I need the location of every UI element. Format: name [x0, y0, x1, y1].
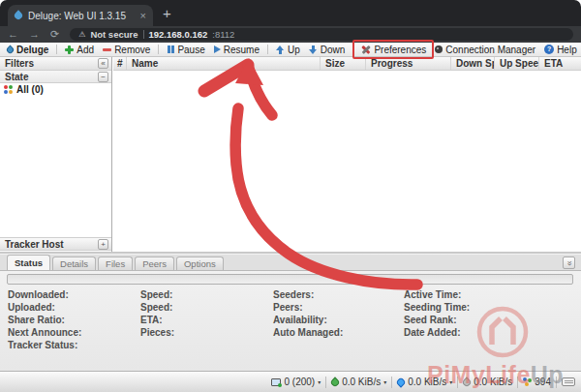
connections-value: 0 (200) [284, 377, 315, 387]
state-section-header[interactable]: State − [0, 71, 111, 83]
toolbar-separator [267, 45, 268, 54]
deluge-favicon-icon [13, 10, 23, 20]
connections-indicator[interactable]: 0 (200) ▾ [271, 377, 321, 387]
tab-files[interactable]: Files [98, 256, 133, 270]
active-time-label: Active Time: [404, 288, 470, 301]
collapse-details-icon[interactable]: « [563, 256, 575, 269]
seeders-label: Seeders: [273, 288, 343, 301]
collapse-section-icon[interactable]: − [98, 72, 108, 82]
back-icon[interactable]: ← [8, 29, 18, 40]
all-states-icon [4, 85, 13, 94]
deluge-logo-icon [6, 45, 15, 54]
collapse-panel-icon[interactable]: « [98, 58, 108, 69]
connections-icon [271, 378, 281, 386]
resume-label: Resume [224, 45, 260, 55]
column-header-number[interactable]: # [113, 57, 127, 70]
dht-nodes-indicator: 394 [523, 377, 551, 387]
browser-tab[interactable]: Deluge: Web UI 1.3.15 × [8, 5, 153, 26]
omnibox-divider [143, 30, 144, 39]
queue-up-button[interactable]: Up [273, 45, 303, 55]
browser-address-bar: ← → ⟳ ⚠ Not secure 192.168.0.162 :8112 [0, 26, 581, 43]
down-label: Down [321, 45, 346, 55]
statusbar-separator [325, 377, 326, 388]
tracker-status-label: Tracker Status: [8, 339, 81, 351]
column-header-up-speed[interactable]: Up Speed [495, 57, 539, 70]
status-column-2: Speed: Speed: ETA: Pieces: [140, 288, 174, 339]
next-announce-label: Next Announce: [8, 326, 81, 339]
protocol-traffic-value: 0.0 KiB/s [474, 377, 512, 387]
status-column-4: Active Time: Seeding Time: Seed Rank: Da… [404, 288, 470, 339]
upload-speed-value: 0.0 KiB/s [408, 377, 446, 387]
reload-icon[interactable]: ⟳ [50, 29, 59, 40]
column-header-down-speed[interactable]: Down Speed [451, 57, 495, 70]
downloaded-label: Downloaded: [8, 288, 81, 301]
filters-title: Filters [5, 58, 34, 69]
dropdown-icon: ▾ [449, 378, 452, 385]
date-added-label: Date Added: [404, 326, 470, 339]
filter-item-all[interactable]: All (0) [0, 83, 111, 96]
eta-label: ETA: [140, 314, 174, 326]
download-drop-icon [330, 377, 341, 387]
pieces-label: Pieces: [140, 326, 174, 339]
status-column-3: Seeders: Peers: Availability: Auto Manag… [273, 288, 343, 339]
connection-manager-button[interactable]: Connection Manager [432, 45, 538, 55]
availability-label: Availability: [273, 314, 343, 326]
remove-torrent-button[interactable]: Remove [100, 45, 153, 55]
close-tab-icon[interactable]: × [140, 11, 146, 20]
tab-details[interactable]: Details [52, 256, 96, 270]
torrent-progress-bar [7, 274, 573, 285]
statusbar-separator [517, 377, 518, 388]
dht-nodes-icon [523, 377, 532, 386]
torrent-grid: # Name Size Progress Down Speed Up Speed… [113, 57, 581, 252]
tab-status[interactable]: Status [7, 255, 50, 270]
keyboard-shortcuts-icon[interactable] [562, 377, 575, 386]
remove-icon [103, 48, 111, 51]
browser-window: Deluge: Web UI 1.3.15 × + ← → ⟳ ⚠ Not se… [0, 0, 581, 392]
resume-icon [214, 45, 221, 53]
toolbar-right-group: ? Help Logout [541, 45, 581, 55]
tab-options[interactable]: Options [176, 256, 224, 270]
upload-drop-icon [396, 377, 407, 387]
up-arrow-icon [276, 45, 285, 54]
auto-managed-label: Auto Managed: [273, 326, 343, 339]
new-tab-button[interactable]: + [163, 5, 171, 21]
forward-icon[interactable]: → [29, 29, 40, 40]
add-torrent-button[interactable]: Add [62, 45, 97, 55]
help-icon: ? [544, 45, 554, 54]
collapse-details-glyph: « [563, 260, 574, 265]
status-bar: 0 (200) ▾ 0.0 KiB/s ▾ 0.0 KiB/s ▾ 0.0 Ki… [0, 371, 581, 392]
down-speed-label: Speed: [140, 288, 174, 301]
statusbar-separator [556, 377, 557, 388]
queue-down-button[interactable]: Down [306, 45, 349, 55]
remove-label: Remove [114, 45, 150, 55]
add-icon [65, 45, 74, 54]
column-header-size[interactable]: Size [321, 57, 366, 70]
tracker-host-section-header[interactable]: Tracker Host + [0, 237, 111, 251]
all-filter-label: All (0) [16, 84, 44, 95]
share-ratio-label: Share Ratio: [8, 314, 81, 326]
not-secure-label[interactable]: Not secure [90, 29, 138, 40]
state-section-label: State [5, 72, 28, 82]
seed-rank-label: Seed Rank: [404, 314, 470, 326]
url-port: :8112 [212, 29, 234, 40]
pause-icon [167, 45, 174, 53]
column-header-progress[interactable]: Progress [366, 57, 451, 70]
statusbar-separator [457, 377, 458, 388]
preferences-button[interactable]: Preferences [358, 45, 429, 55]
url-omnibox[interactable]: ⚠ Not secure 192.168.0.162 :8112 [70, 28, 573, 41]
resume-button[interactable]: Resume [211, 45, 262, 55]
column-header-name[interactable]: Name [127, 57, 321, 70]
download-speed-value: 0.0 KiB/s [342, 377, 381, 387]
column-header-eta[interactable]: ETA [539, 57, 581, 70]
add-label: Add [76, 45, 94, 55]
tab-peers[interactable]: Peers [135, 256, 174, 270]
url-host: 192.168.0.162 [149, 29, 208, 40]
pause-button[interactable]: Pause [164, 45, 207, 55]
upload-speed-indicator[interactable]: 0.0 KiB/s ▾ [397, 377, 452, 387]
dht-nodes-value: 394 [535, 377, 551, 387]
deluge-app-button[interactable]: Deluge [4, 45, 51, 55]
traffic-drop-icon [462, 377, 473, 387]
expand-section-icon[interactable]: + [98, 239, 108, 250]
download-speed-indicator[interactable]: 0.0 KiB/s ▾ [331, 377, 386, 387]
help-button[interactable]: ? Help [541, 45, 580, 55]
